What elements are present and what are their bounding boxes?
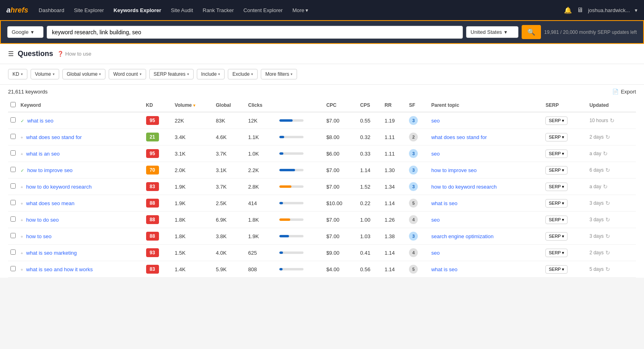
refresh-icon[interactable]: ↻: [603, 150, 608, 157]
serp-button[interactable]: SERP ▾: [545, 199, 568, 208]
nav-site-audit[interactable]: Site Audit: [167, 5, 197, 16]
nav-rank-tracker[interactable]: Rank Tracker: [199, 5, 238, 16]
parent-topic-link[interactable]: how to improve seo: [431, 167, 477, 173]
parent-topic-link[interactable]: seo: [431, 118, 440, 124]
serp-button[interactable]: SERP ▾: [545, 249, 568, 257]
country-chevron-icon: ▾: [504, 29, 507, 35]
parent-topic-link[interactable]: how to do keyword research: [431, 184, 497, 190]
clicks-bar-fill: [279, 218, 290, 221]
keyword-link[interactable]: what does seo mean: [26, 200, 74, 206]
logo[interactable]: ahrefs: [6, 6, 28, 15]
row-checkbox[interactable]: [10, 233, 16, 238]
row-checkbox[interactable]: [10, 200, 16, 205]
nav-content-explorer[interactable]: Content Explorer: [239, 5, 287, 16]
row-checkbox[interactable]: [10, 249, 16, 255]
refresh-icon[interactable]: ↻: [610, 117, 615, 124]
chevron-down-icon: ▾: [21, 72, 23, 76]
row-action-icon: +: [21, 152, 23, 156]
filter-more[interactable]: More filters ▾: [261, 69, 297, 79]
row-checkbox[interactable]: [10, 183, 16, 189]
serp-button[interactable]: SERP ▾: [545, 183, 568, 191]
keyword-link[interactable]: how to do keyword research: [26, 184, 92, 190]
updated-cell: 10 hours ↻: [587, 112, 636, 129]
parent-topic-link[interactable]: seo: [431, 217, 440, 223]
serp-chevron-icon: ▾: [562, 201, 564, 206]
col-volume[interactable]: Volume ▾: [172, 99, 213, 112]
refresh-icon[interactable]: ↻: [605, 233, 610, 239]
nav-site-explorer[interactable]: Site Explorer: [70, 5, 108, 16]
parent-topic-cell: seo: [429, 145, 543, 162]
refresh-icon[interactable]: ↻: [605, 167, 610, 173]
refresh-icon[interactable]: ↻: [605, 200, 610, 206]
updated-text: 2 days ↻: [589, 134, 634, 140]
filter-include[interactable]: Include ▾: [197, 69, 225, 79]
username[interactable]: joshua.hardwick...: [588, 7, 630, 13]
cps-cell: 0.32: [358, 129, 382, 145]
row-checkbox-cell: [8, 228, 18, 245]
serp-button[interactable]: SERP ▾: [545, 265, 568, 274]
row-checkbox-cell: [8, 145, 18, 162]
parent-topic-link[interactable]: seo: [431, 151, 440, 157]
engine-select[interactable]: Google ▾: [7, 26, 43, 38]
filter-serp-features[interactable]: SERP features ▾: [149, 69, 194, 79]
filter-word-count[interactable]: Word count ▾: [109, 69, 146, 79]
notification-icon[interactable]: 🔔: [564, 6, 572, 14]
nav-more[interactable]: More ▾: [288, 5, 312, 16]
parent-topic-link[interactable]: seo: [431, 250, 440, 256]
row-checkbox[interactable]: [10, 266, 16, 271]
keyword-link[interactable]: what is an seo: [26, 151, 60, 157]
row-checkbox[interactable]: [10, 216, 16, 222]
nav-dashboard[interactable]: Dashboard: [35, 5, 68, 16]
select-all-checkbox[interactable]: [10, 102, 16, 107]
search-button[interactable]: 🔍: [522, 25, 541, 39]
keyword-link[interactable]: what is seo: [27, 118, 54, 124]
cpc-cell: $7.00: [324, 212, 358, 228]
refresh-icon[interactable]: ↻: [605, 216, 610, 223]
row-checkbox[interactable]: [10, 167, 16, 172]
how-to-use-link[interactable]: ❓ How to use: [57, 51, 91, 57]
keyword-link[interactable]: how to improve seo: [27, 167, 73, 173]
filter-exclude[interactable]: Exclude ▾: [228, 69, 258, 79]
col-rr: RR: [382, 99, 407, 112]
keyword-link[interactable]: what is seo marketing: [26, 250, 77, 256]
refresh-icon[interactable]: ↻: [605, 134, 610, 140]
row-checkbox[interactable]: [10, 117, 16, 123]
row-checkbox[interactable]: [10, 134, 16, 139]
serp-button[interactable]: SERP ▾: [545, 216, 568, 224]
filter-global-volume[interactable]: Global volume ▾: [62, 69, 106, 79]
cps-cell: 0.33: [358, 145, 382, 162]
refresh-icon[interactable]: ↻: [605, 266, 610, 272]
search-input[interactable]: [47, 26, 463, 39]
monitor-icon[interactable]: 🖥: [577, 6, 583, 14]
keyword-link[interactable]: what does seo stand for: [26, 134, 82, 140]
country-select[interactable]: United States ▾: [466, 26, 518, 38]
parent-topic-link[interactable]: search engine optimization: [431, 233, 493, 239]
nav-keywords-explorer[interactable]: Keywords Explorer: [109, 5, 165, 16]
keyword-link[interactable]: how to do seo: [26, 217, 59, 223]
parent-topic-link[interactable]: what is seo: [431, 266, 457, 272]
parent-topic-cell: what is seo: [429, 195, 543, 212]
parent-topic-link[interactable]: what does seo stand for: [431, 134, 487, 140]
serp-button[interactable]: SERP ▾: [545, 232, 568, 241]
serp-button[interactable]: SERP ▾: [545, 166, 568, 174]
filter-volume[interactable]: Volume ▾: [31, 69, 59, 79]
serp-button[interactable]: SERP ▾: [545, 116, 568, 125]
engine-chevron-icon: ▾: [31, 29, 34, 35]
export-button[interactable]: 📄 Export: [612, 89, 636, 95]
hamburger-icon[interactable]: ☰: [8, 50, 14, 58]
parent-topic-link[interactable]: what is seo: [431, 200, 457, 206]
keyword-link[interactable]: what is seo and how it works: [26, 266, 93, 272]
global-cell: 83K: [213, 112, 246, 129]
serp-button[interactable]: SERP ▾: [545, 150, 568, 158]
serp-chevron-icon: ▾: [562, 168, 564, 173]
keywords-count-row: 21,611 keywords 📄 Export: [0, 85, 644, 99]
row-checkbox[interactable]: [10, 150, 16, 156]
keyword-link[interactable]: how to seo: [26, 233, 52, 239]
cpc-cell: $10.00: [324, 195, 358, 212]
refresh-icon[interactable]: ↻: [605, 249, 610, 256]
serp-button[interactable]: SERP ▾: [545, 133, 568, 141]
kd-badge: 88: [146, 215, 159, 224]
filter-kd[interactable]: KD ▾: [8, 69, 27, 79]
refresh-icon[interactable]: ↻: [603, 183, 608, 190]
col-keyword: Keyword: [18, 99, 144, 112]
